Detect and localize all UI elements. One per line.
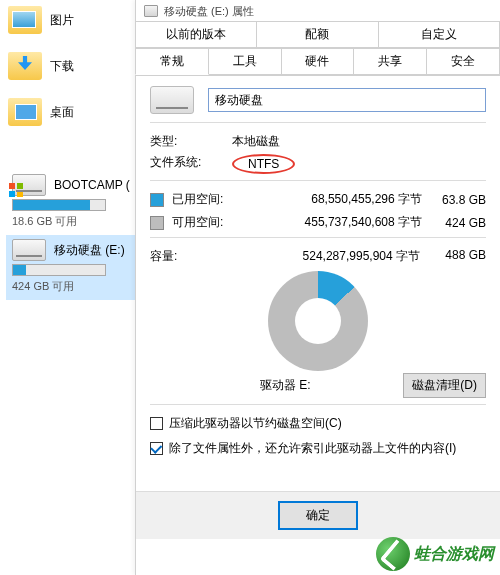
drive-usage-bar	[12, 264, 106, 276]
free-human: 424 GB	[426, 216, 486, 230]
tab-general[interactable]: 常规	[135, 48, 209, 75]
ok-button[interactable]: 确定	[279, 502, 357, 529]
drive-name: 移动硬盘 (E:)	[54, 243, 125, 257]
dialog-title-bar: 移动硬盘 (E:) 属性	[136, 0, 500, 22]
folder-desktop-icon	[8, 98, 42, 126]
tabs-row-2: 常规 工具 硬件 共享 安全	[136, 49, 500, 76]
folder-pictures-icon	[8, 6, 42, 34]
usage-pie-chart	[268, 271, 368, 371]
tab-previous-versions[interactable]: 以前的版本	[135, 21, 257, 48]
folder-downloads-icon	[8, 52, 42, 80]
free-label: 可用空间:	[172, 214, 240, 231]
properties-dialog: 移动硬盘 (E:) 属性 以前的版本 配额 自定义 常规 工具 硬件 共享 安全…	[135, 0, 500, 575]
tab-security[interactable]: 安全	[426, 48, 500, 75]
capacity-bytes: 524,287,995,904 字节	[242, 248, 420, 265]
used-bytes: 68,550,455,296 字节	[244, 191, 422, 208]
drive-letter-label: 驱动器 E:	[260, 377, 311, 394]
nav-label: 下载	[50, 58, 74, 75]
type-label: 类型:	[150, 133, 210, 150]
index-label: 除了文件属性外，还允许索引此驱动器上文件的内容(I)	[169, 440, 456, 457]
tabs-row-1: 以前的版本 配额 自定义	[136, 22, 500, 49]
drive-small-icon	[144, 5, 158, 17]
capacity-human: 488 GB	[426, 248, 486, 265]
nav-pictures[interactable]: 图片	[6, 4, 140, 50]
free-bytes: 455,737,540,608 字节	[244, 214, 422, 231]
nav-label: 桌面	[50, 104, 74, 121]
nav-desktop[interactable]: 桌面	[6, 96, 140, 142]
tab-sharing[interactable]: 共享	[353, 48, 427, 75]
index-checkbox[interactable]	[150, 442, 163, 455]
filesystem-value: NTFS	[232, 154, 295, 174]
compress-checkbox[interactable]	[150, 417, 163, 430]
used-swatch-icon	[150, 193, 164, 207]
tab-quota[interactable]: 配额	[256, 21, 378, 48]
drive-usage-bar	[12, 199, 106, 211]
filesystem-label: 文件系统:	[150, 154, 210, 174]
tab-tools[interactable]: 工具	[208, 48, 282, 75]
capacity-label: 容量:	[150, 248, 236, 265]
explorer-sidebar: 图片 下载 桌面 BOOTCAMP ( 18.6 GB 可用 移动硬盘 (E:)…	[0, 0, 140, 575]
free-swatch-icon	[150, 216, 164, 230]
drive-free-text: 18.6 GB 可用	[12, 214, 134, 229]
drive-removable-e[interactable]: 移动硬盘 (E:) 424 GB 可用	[6, 235, 140, 300]
type-value: 本地磁盘	[232, 133, 280, 150]
tab-customize[interactable]: 自定义	[378, 21, 500, 48]
nav-label: 图片	[50, 12, 74, 29]
used-label: 已用空间:	[172, 191, 240, 208]
drive-large-icon	[150, 86, 194, 114]
drive-free-text: 424 GB 可用	[12, 279, 134, 294]
dialog-title: 移动硬盘 (E:) 属性	[164, 4, 254, 19]
drive-name: BOOTCAMP (	[54, 178, 130, 192]
drive-name-input[interactable]	[208, 88, 486, 112]
compress-label: 压缩此驱动器以节约磁盘空间(C)	[169, 415, 342, 432]
dialog-button-row: 确定	[136, 491, 500, 539]
tab-hardware[interactable]: 硬件	[281, 48, 355, 75]
nav-downloads[interactable]: 下载	[6, 50, 140, 96]
drive-icon	[12, 174, 46, 196]
drive-bootcamp[interactable]: BOOTCAMP ( 18.6 GB 可用	[6, 170, 140, 235]
used-human: 63.8 GB	[426, 193, 486, 207]
disk-cleanup-button[interactable]: 磁盘清理(D)	[403, 373, 486, 398]
drive-icon	[12, 239, 46, 261]
